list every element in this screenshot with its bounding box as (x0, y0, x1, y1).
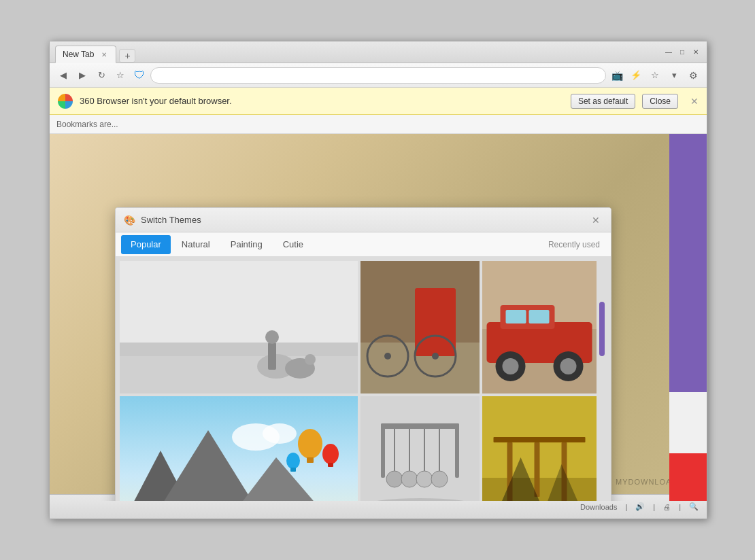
modal-header: 🎨 Switch Themes ✕ (116, 208, 611, 232)
tab-close-button[interactable]: ✕ (99, 50, 109, 59)
theme-item-newton[interactable] (360, 396, 480, 501)
svg-point-34 (322, 444, 339, 464)
svg-rect-10 (415, 288, 456, 356)
theme-item-bicycles[interactable] (360, 261, 480, 393)
notification-text: 360 Browser isn't your default browser. (80, 96, 564, 106)
new-tab-button[interactable]: + (119, 49, 135, 63)
theme-scrollbar[interactable] (599, 261, 605, 501)
maximize-button[interactable]: □ (677, 47, 688, 58)
switch-themes-modal: 🎨 Switch Themes ✕ Popular Natural Painti… (115, 207, 611, 501)
lightning-icon[interactable]: ⚡ (628, 67, 644, 84)
theme-item-truck[interactable] (482, 261, 597, 393)
svg-rect-37 (290, 468, 296, 472)
settings-icon[interactable]: ⚙ (685, 67, 701, 84)
svg-point-5 (265, 330, 279, 344)
back-button[interactable]: ◀ (55, 67, 71, 84)
title-bar: New Tab ✕ + — □ ✕ (50, 41, 707, 63)
svg-rect-39 (381, 423, 459, 429)
svg-point-14 (432, 353, 439, 360)
svg-rect-40 (381, 423, 385, 478)
svg-rect-35 (328, 463, 333, 467)
theme-item-shadow[interactable] (482, 396, 597, 501)
tab-label: New Tab (63, 50, 94, 59)
svg-point-13 (384, 353, 391, 360)
toolbar: ◀ ▶ ↻ ☆ 🛡 📺 ⚡ ☆ ▾ ⚙ (50, 63, 707, 88)
modal-title: Switch Themes (141, 215, 584, 225)
white-block (669, 392, 707, 453)
bookmarks-bar: Bookmarks are... (50, 115, 707, 134)
separator-1: | (625, 503, 627, 511)
favorites-icon[interactable]: ☆ (647, 67, 663, 84)
svg-point-36 (286, 453, 300, 469)
browser-window: New Tab ✕ + — □ ✕ ◀ ▶ ↻ ☆ 🛡 📺 ⚡ ☆ ▾ ⚙ 36… (49, 41, 707, 519)
separator-2: | (653, 503, 655, 511)
svg-point-43 (386, 471, 403, 487)
active-tab[interactable]: New Tab ✕ (55, 46, 116, 63)
bookmarks-text: Bookmarks are... (56, 120, 118, 129)
bookmark-star-button[interactable]: ☆ (112, 67, 129, 84)
svg-point-23 (503, 358, 519, 374)
red-block (669, 453, 707, 501)
recently-used-link[interactable]: Recently used (543, 240, 605, 249)
theme-item-girl-dog[interactable] (120, 261, 358, 393)
notification-dismiss-icon[interactable]: ✕ (690, 96, 699, 107)
svg-rect-33 (307, 457, 314, 463)
window-controls: — □ ✕ (663, 47, 701, 58)
svg-rect-41 (455, 423, 459, 478)
speaker-icon[interactable]: 🔊 (635, 502, 645, 511)
svg-rect-19 (506, 310, 526, 323)
tab-popular[interactable]: Popular (121, 235, 171, 254)
modal-tabs: Popular Natural Painting Cutie Recently … (116, 232, 611, 257)
refresh-button[interactable]: ↻ (93, 67, 110, 84)
minimize-button[interactable]: — (663, 47, 674, 58)
notification-bar: 360 Browser isn't your default browser. … (50, 88, 707, 115)
svg-point-7 (305, 354, 316, 365)
svg-point-24 (560, 358, 577, 374)
separator-3: | (679, 503, 681, 511)
tab-cutie[interactable]: Cutie (273, 235, 313, 254)
shield-icon[interactable]: 🛡 (131, 67, 148, 84)
dropdown-icon[interactable]: ▾ (666, 67, 682, 84)
modal-close-button[interactable]: ✕ (589, 213, 603, 227)
address-bar[interactable] (150, 67, 606, 84)
close-window-button[interactable]: ✕ (690, 47, 701, 58)
set-default-button[interactable]: Set as default (571, 94, 635, 109)
svg-rect-20 (529, 310, 550, 323)
printer-icon[interactable]: 🖨 (663, 503, 671, 511)
modal-header-icon: 🎨 (124, 215, 135, 226)
right-decoration (669, 134, 707, 501)
tab-natural[interactable]: Natural (172, 235, 220, 254)
purple-block (669, 134, 707, 392)
search-status-icon[interactable]: 🔍 (689, 502, 699, 511)
svg-point-31 (263, 423, 297, 444)
scrollbar-thumb (599, 302, 605, 356)
browser-logo (58, 94, 73, 109)
svg-rect-2 (120, 343, 358, 356)
downloads-label[interactable]: Downloads (580, 503, 617, 511)
screen-icon[interactable]: 📺 (609, 67, 625, 84)
svg-rect-4 (268, 343, 276, 370)
page-content: 🎨 Switch Themes ✕ Popular Natural Painti… (50, 134, 707, 501)
forward-button[interactable]: ▶ (74, 67, 90, 84)
svg-point-32 (298, 429, 322, 459)
tab-area: New Tab ✕ + (55, 41, 658, 63)
theme-item-balloon[interactable] (120, 396, 358, 501)
svg-point-45 (401, 471, 418, 487)
svg-rect-55 (535, 442, 540, 497)
svg-point-49 (431, 471, 448, 487)
notification-close-button[interactable]: Close (642, 94, 678, 109)
svg-rect-53 (494, 437, 586, 442)
tab-painting[interactable]: Painting (221, 235, 272, 254)
toolbar-right: 📺 ⚡ ☆ ▾ ⚙ (609, 67, 701, 84)
theme-grid (116, 257, 611, 501)
svg-point-47 (416, 471, 433, 487)
